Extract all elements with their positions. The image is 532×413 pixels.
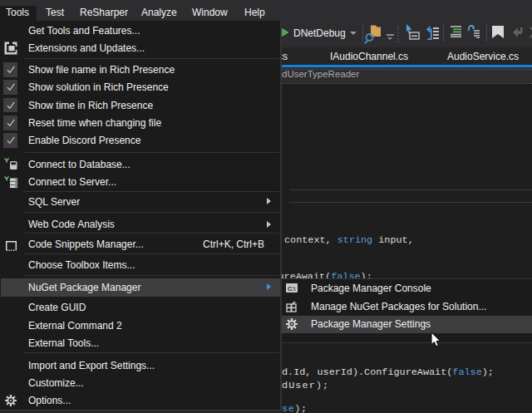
svg-text:C:\: C:\ xyxy=(288,286,295,292)
